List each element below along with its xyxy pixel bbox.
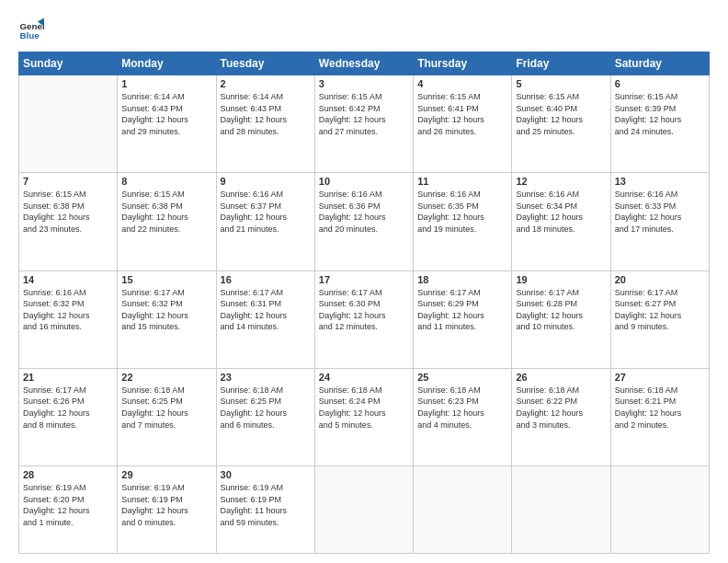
calendar-cell: 5Sunrise: 6:15 AM Sunset: 6:40 PM Daylig… <box>512 75 610 173</box>
calendar-cell: 30Sunrise: 6:19 AM Sunset: 6:19 PM Dayli… <box>216 466 314 554</box>
calendar-cell <box>314 466 413 554</box>
day-info: Sunrise: 6:17 AM Sunset: 6:32 PM Dayligh… <box>121 287 211 333</box>
day-info: Sunrise: 6:17 AM Sunset: 6:28 PM Dayligh… <box>516 287 606 333</box>
day-info: Sunrise: 6:15 AM Sunset: 6:38 PM Dayligh… <box>121 189 211 235</box>
calendar-cell: 22Sunrise: 6:18 AM Sunset: 6:25 PM Dayli… <box>118 368 216 465</box>
day-number: 20 <box>615 274 705 285</box>
day-number: 19 <box>516 274 606 285</box>
day-number: 15 <box>121 274 211 285</box>
week-row-2: 7Sunrise: 6:15 AM Sunset: 6:38 PM Daylig… <box>19 173 710 270</box>
calendar-cell: 8Sunrise: 6:15 AM Sunset: 6:38 PM Daylig… <box>118 173 216 270</box>
calendar-cell: 10Sunrise: 6:16 AM Sunset: 6:36 PM Dayli… <box>314 173 413 270</box>
day-info: Sunrise: 6:15 AM Sunset: 6:42 PM Dayligh… <box>319 91 409 137</box>
calendar-cell: 15Sunrise: 6:17 AM Sunset: 6:32 PM Dayli… <box>118 270 216 368</box>
day-info: Sunrise: 6:16 AM Sunset: 6:37 PM Dayligh… <box>221 189 311 235</box>
logo: General Blue <box>18 17 44 42</box>
day-number: 12 <box>516 176 606 187</box>
day-number: 22 <box>121 372 211 383</box>
day-number: 7 <box>23 176 113 187</box>
calendar-cell: 17Sunrise: 6:17 AM Sunset: 6:30 PM Dayli… <box>314 270 413 368</box>
day-info: Sunrise: 6:16 AM Sunset: 6:34 PM Dayligh… <box>516 189 606 235</box>
day-info: Sunrise: 6:17 AM Sunset: 6:27 PM Dayligh… <box>615 287 705 333</box>
calendar-cell <box>414 466 512 554</box>
logo-icon: General Blue <box>18 17 44 42</box>
calendar-cell: 11Sunrise: 6:16 AM Sunset: 6:35 PM Dayli… <box>414 173 512 270</box>
calendar-cell <box>610 466 709 554</box>
calendar-cell: 23Sunrise: 6:18 AM Sunset: 6:25 PM Dayli… <box>216 368 314 465</box>
day-number: 4 <box>417 78 507 89</box>
calendar-cell <box>512 466 610 554</box>
day-info: Sunrise: 6:16 AM Sunset: 6:36 PM Dayligh… <box>319 189 409 235</box>
calendar-cell: 12Sunrise: 6:16 AM Sunset: 6:34 PM Dayli… <box>512 173 610 270</box>
day-info: Sunrise: 6:17 AM Sunset: 6:26 PM Dayligh… <box>23 385 113 431</box>
week-row-3: 14Sunrise: 6:16 AM Sunset: 6:32 PM Dayli… <box>19 270 710 368</box>
day-info: Sunrise: 6:14 AM Sunset: 6:43 PM Dayligh… <box>221 91 311 137</box>
day-info: Sunrise: 6:19 AM Sunset: 6:20 PM Dayligh… <box>23 482 113 528</box>
calendar-cell <box>19 75 118 173</box>
day-info: Sunrise: 6:19 AM Sunset: 6:19 PM Dayligh… <box>221 482 311 528</box>
header: General Blue <box>18 17 710 42</box>
weekday-header-saturday: Saturday <box>610 52 709 75</box>
day-info: Sunrise: 6:18 AM Sunset: 6:21 PM Dayligh… <box>615 385 705 431</box>
day-info: Sunrise: 6:16 AM Sunset: 6:32 PM Dayligh… <box>23 287 113 333</box>
day-number: 3 <box>319 78 409 89</box>
day-info: Sunrise: 6:17 AM Sunset: 6:31 PM Dayligh… <box>221 287 311 333</box>
day-info: Sunrise: 6:18 AM Sunset: 6:24 PM Dayligh… <box>319 385 409 431</box>
day-number: 14 <box>23 274 113 285</box>
day-number: 27 <box>615 372 705 383</box>
calendar-table: SundayMondayTuesdayWednesdayThursdayFrid… <box>18 52 710 554</box>
day-number: 10 <box>319 176 409 187</box>
week-row-4: 21Sunrise: 6:17 AM Sunset: 6:26 PM Dayli… <box>19 368 710 465</box>
day-info: Sunrise: 6:15 AM Sunset: 6:41 PM Dayligh… <box>417 91 507 137</box>
calendar-cell: 26Sunrise: 6:18 AM Sunset: 6:22 PM Dayli… <box>512 368 610 465</box>
day-number: 6 <box>615 78 705 89</box>
calendar-cell: 18Sunrise: 6:17 AM Sunset: 6:29 PM Dayli… <box>414 270 512 368</box>
day-number: 26 <box>516 372 606 383</box>
day-info: Sunrise: 6:18 AM Sunset: 6:25 PM Dayligh… <box>121 385 211 431</box>
weekday-header-sunday: Sunday <box>19 52 118 75</box>
calendar-cell: 7Sunrise: 6:15 AM Sunset: 6:38 PM Daylig… <box>19 173 118 270</box>
day-info: Sunrise: 6:16 AM Sunset: 6:35 PM Dayligh… <box>417 189 507 235</box>
day-number: 23 <box>221 372 311 383</box>
calendar-cell: 19Sunrise: 6:17 AM Sunset: 6:28 PM Dayli… <box>512 270 610 368</box>
week-row-1: 1Sunrise: 6:14 AM Sunset: 6:43 PM Daylig… <box>19 75 710 173</box>
day-number: 13 <box>615 176 705 187</box>
calendar-cell: 29Sunrise: 6:19 AM Sunset: 6:19 PM Dayli… <box>118 466 216 554</box>
day-number: 17 <box>319 274 409 285</box>
day-info: Sunrise: 6:17 AM Sunset: 6:29 PM Dayligh… <box>417 287 507 333</box>
page: General Blue SundayMondayTuesdayWednesda… <box>0 0 728 563</box>
day-number: 8 <box>121 176 211 187</box>
day-info: Sunrise: 6:15 AM Sunset: 6:39 PM Dayligh… <box>615 91 705 137</box>
calendar-cell: 14Sunrise: 6:16 AM Sunset: 6:32 PM Dayli… <box>19 270 118 368</box>
day-number: 18 <box>417 274 507 285</box>
calendar-cell: 2Sunrise: 6:14 AM Sunset: 6:43 PM Daylig… <box>216 75 314 173</box>
day-info: Sunrise: 6:18 AM Sunset: 6:25 PM Dayligh… <box>221 385 311 431</box>
calendar-cell: 9Sunrise: 6:16 AM Sunset: 6:37 PM Daylig… <box>216 173 314 270</box>
weekday-header-row: SundayMondayTuesdayWednesdayThursdayFrid… <box>19 52 710 75</box>
day-number: 11 <box>417 176 507 187</box>
weekday-header-tuesday: Tuesday <box>216 52 314 75</box>
weekday-header-wednesday: Wednesday <box>314 52 413 75</box>
calendar-cell: 20Sunrise: 6:17 AM Sunset: 6:27 PM Dayli… <box>610 270 709 368</box>
day-info: Sunrise: 6:16 AM Sunset: 6:33 PM Dayligh… <box>615 189 705 235</box>
calendar-cell: 28Sunrise: 6:19 AM Sunset: 6:20 PM Dayli… <box>19 466 118 554</box>
day-number: 2 <box>221 78 311 89</box>
day-info: Sunrise: 6:19 AM Sunset: 6:19 PM Dayligh… <box>121 482 211 528</box>
day-number: 24 <box>319 372 409 383</box>
calendar-cell: 6Sunrise: 6:15 AM Sunset: 6:39 PM Daylig… <box>610 75 709 173</box>
calendar-cell: 27Sunrise: 6:18 AM Sunset: 6:21 PM Dayli… <box>610 368 709 465</box>
day-info: Sunrise: 6:18 AM Sunset: 6:22 PM Dayligh… <box>516 385 606 431</box>
calendar-cell: 21Sunrise: 6:17 AM Sunset: 6:26 PM Dayli… <box>19 368 118 465</box>
calendar-cell: 4Sunrise: 6:15 AM Sunset: 6:41 PM Daylig… <box>414 75 512 173</box>
day-number: 5 <box>516 78 606 89</box>
calendar-cell: 24Sunrise: 6:18 AM Sunset: 6:24 PM Dayli… <box>314 368 413 465</box>
day-number: 9 <box>221 176 311 187</box>
day-number: 16 <box>221 274 311 285</box>
day-info: Sunrise: 6:15 AM Sunset: 6:38 PM Dayligh… <box>23 189 113 235</box>
weekday-header-monday: Monday <box>118 52 216 75</box>
day-number: 25 <box>417 372 507 383</box>
day-number: 21 <box>23 372 113 383</box>
day-info: Sunrise: 6:18 AM Sunset: 6:23 PM Dayligh… <box>417 385 507 431</box>
calendar-cell: 13Sunrise: 6:16 AM Sunset: 6:33 PM Dayli… <box>610 173 709 270</box>
day-info: Sunrise: 6:14 AM Sunset: 6:43 PM Dayligh… <box>121 91 211 137</box>
